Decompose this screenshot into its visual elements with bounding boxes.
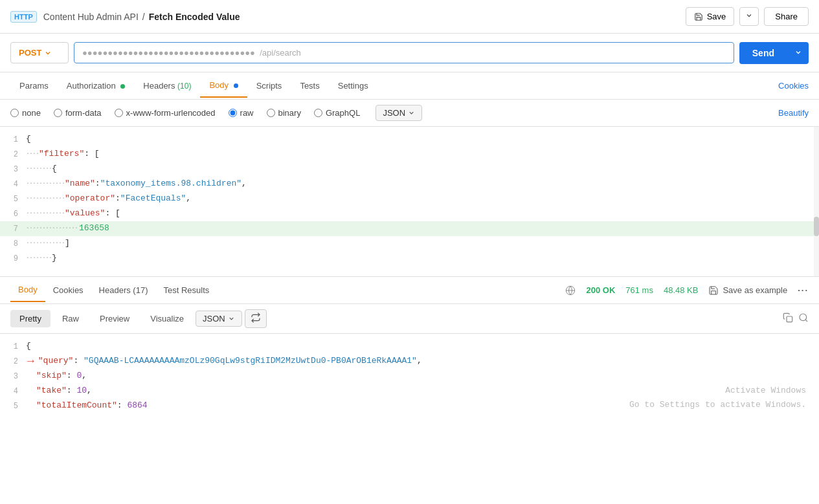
body-dot	[234, 83, 238, 88]
tab-settings[interactable]: Settings	[329, 74, 377, 97]
resp-tab-cookies[interactable]: Cookies	[45, 279, 91, 301]
tab-params[interactable]: Params	[10, 74, 58, 97]
watermark-line1: Activate Windows	[629, 384, 806, 398]
wrap-button[interactable]	[245, 309, 267, 328]
code-line-7: 7 ················ 163658	[0, 221, 819, 236]
response-header: Body Cookies Headers (17) Test Results 2…	[0, 277, 819, 304]
resp-tab-body[interactable]: Body	[10, 278, 45, 302]
code-line-9: 9 ········ }	[0, 251, 819, 266]
resp-subtab-visualize[interactable]: Visualize	[141, 310, 193, 327]
response-status: 200 OK	[586, 285, 615, 295]
copy-icon	[783, 312, 793, 323]
method-select[interactable]: POST	[10, 42, 69, 63]
response-size: 48.48 KB	[664, 285, 699, 295]
method-label: POST	[19, 48, 41, 58]
radio-formdata[interactable]: form-data	[54, 108, 102, 118]
send-button[interactable]: Send	[739, 42, 809, 64]
tab-headers[interactable]: Headers (10)	[134, 74, 200, 97]
authorization-dot	[120, 84, 125, 89]
response-meta: 200 OK 761 ms 48.48 KB Save as example ·…	[565, 285, 809, 296]
share-button[interactable]: Share	[764, 7, 809, 26]
app-header: HTTP Content Hub Admin API / Fetch Encod…	[0, 0, 819, 34]
code-line-8: 8 ············ ]	[0, 236, 819, 251]
response-body: 1 { 2 → "query": "GQAAAB-LCAAAAAAAAAmzOL…	[0, 334, 819, 419]
save-button[interactable]: Save	[686, 7, 735, 26]
code-line-2: 2 ···· "filters": [	[0, 147, 819, 162]
resp-tab-testresults[interactable]: Test Results	[155, 279, 217, 301]
response-subtabs: Pretty Raw Preview Visualize JSON	[0, 304, 819, 334]
red-arrow: →	[27, 354, 34, 368]
resp-code-line-1: 1 {	[0, 339, 819, 354]
tab-body[interactable]: Body	[200, 74, 247, 98]
save-example-label: Save as example	[723, 285, 787, 295]
code-line-5: 5 ············ "operator": "FacetEquals"…	[0, 192, 819, 206]
copy-button[interactable]	[783, 312, 793, 325]
resp-code-line-2: 2 → "query": "GQAAAB-LCAAAAAAAAAmzOLz90G…	[0, 354, 819, 369]
send-label: Send	[739, 42, 787, 64]
radio-raw[interactable]: raw	[229, 108, 254, 118]
chevron-down-icon	[745, 12, 753, 19]
resp-tab-headers[interactable]: Headers (17)	[91, 279, 156, 301]
more-button[interactable]: ···	[798, 285, 809, 295]
svg-line-4	[805, 320, 807, 322]
method-chevron-icon	[44, 49, 52, 57]
resp-format-chevron-icon	[228, 315, 235, 322]
breadcrumb: Content Hub Admin API / Fetch Encoded Va…	[43, 12, 240, 22]
format-label: JSON	[383, 108, 405, 118]
format-select[interactable]: JSON	[376, 105, 422, 121]
radio-urlencoded[interactable]: x-www-form-urlencoded	[115, 108, 216, 118]
search-icon	[798, 312, 809, 323]
tab-scripts[interactable]: Scripts	[247, 74, 291, 97]
header-actions: Save Share	[686, 7, 809, 26]
request-tabs: Params Authorization Headers (10) Body S…	[0, 72, 819, 100]
save-example-icon	[708, 285, 719, 296]
save-chevron-button[interactable]	[739, 7, 759, 26]
resp-code-line-3: 3 "skip": 0,	[0, 369, 819, 384]
resp-subtab-raw[interactable]: Raw	[53, 310, 88, 327]
wrap-icon	[251, 312, 261, 323]
tab-tests[interactable]: Tests	[291, 74, 328, 97]
resp-format-label: JSON	[203, 314, 225, 323]
svg-point-3	[800, 314, 807, 321]
url-input[interactable]	[74, 42, 734, 63]
url-bar: POST Send	[0, 34, 819, 72]
code-line-6: 6 ············ "values": [	[0, 206, 819, 221]
editor-scrollbar-thumb[interactable]	[814, 217, 819, 236]
windows-watermark: Activate Windows Go to Settings to activ…	[629, 384, 806, 412]
code-line-4: 4 ············ "name": "taxonomy_items.9…	[0, 177, 819, 192]
cookies-link[interactable]: Cookies	[778, 81, 809, 91]
send-chevron-icon[interactable]	[788, 42, 809, 64]
response-time: 761 ms	[625, 285, 653, 295]
beautify-button[interactable]: Beautify	[778, 108, 809, 118]
radio-binary[interactable]: binary	[267, 108, 301, 118]
search-button[interactable]	[798, 312, 809, 325]
response-actions	[783, 312, 809, 325]
breadcrumb-sep: /	[142, 12, 145, 22]
save-icon	[694, 12, 703, 21]
headers-count: (10)	[177, 82, 191, 91]
editor-scrollbar	[814, 127, 819, 276]
breadcrumb-current: Fetch Encoded Value	[149, 12, 240, 22]
request-editor[interactable]: 1 { 2 ···· "filters": [ 3 ········ { 4 ·…	[0, 127, 819, 277]
format-chevron-icon	[408, 109, 415, 116]
radio-graphql[interactable]: GraphQL	[314, 108, 360, 118]
watermark-line2: Go to Settings to activate Windows.	[629, 398, 806, 412]
resp-subtab-preview[interactable]: Preview	[91, 310, 139, 327]
breadcrumb-parent[interactable]: Content Hub Admin API	[43, 12, 139, 22]
body-subtabs: none form-data x-www-form-urlencoded raw…	[0, 100, 819, 127]
tab-authorization[interactable]: Authorization	[58, 74, 135, 97]
code-line-3: 3 ········ {	[0, 162, 819, 177]
globe-icon	[565, 285, 576, 296]
radio-none[interactable]: none	[10, 108, 41, 118]
svg-rect-2	[787, 316, 792, 322]
resp-subtab-pretty[interactable]: Pretty	[10, 310, 50, 327]
resp-format-select[interactable]: JSON	[196, 311, 242, 327]
http-badge: HTTP	[10, 11, 37, 23]
save-example-button[interactable]: Save as example	[708, 285, 787, 296]
save-label: Save	[707, 12, 726, 21]
code-line-1: 1 {	[0, 132, 819, 147]
